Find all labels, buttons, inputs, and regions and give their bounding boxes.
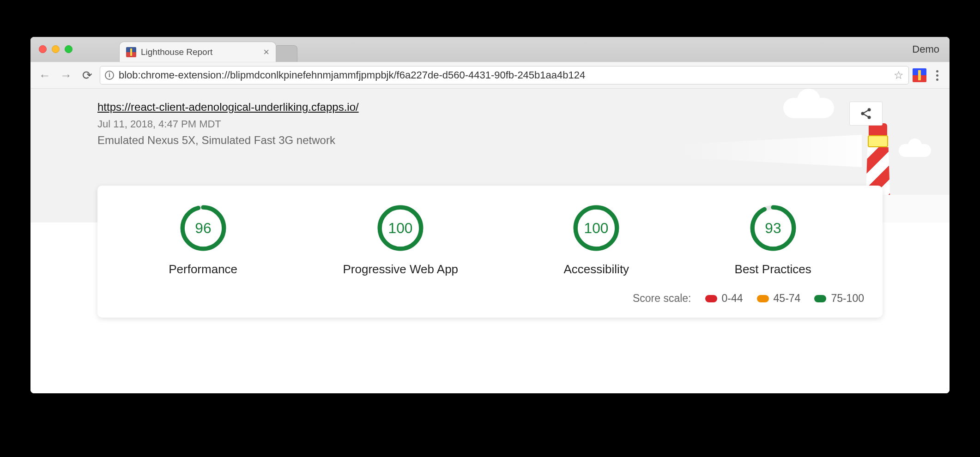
report-environment: Emulated Nexus 5X, Simulated Fast 3G net… [97, 134, 883, 147]
page-content: https://react-client-adenological-underl… [30, 89, 950, 393]
browser-tab-active[interactable]: Lighthouse Report × [119, 42, 276, 62]
url-text: blob:chrome-extension://blipmdconlkpinef… [119, 69, 585, 81]
audited-url-link[interactable]: https://react-client-adenological-underl… [97, 101, 359, 113]
scale-range-text: 75-100 [831, 292, 864, 305]
forward-button[interactable]: → [57, 66, 75, 84]
gauge-value: 93 [765, 220, 781, 236]
gauge-label: Progressive Web App [343, 262, 459, 277]
close-window-button[interactable] [39, 45, 47, 53]
scale-dot-red-icon [705, 295, 717, 302]
share-button[interactable] [849, 102, 883, 126]
gauge-value: 100 [388, 220, 413, 236]
browser-menu-button[interactable] [930, 70, 944, 81]
scale-range-pass: 75-100 [814, 292, 864, 305]
address-bar[interactable]: i blob:chrome-extension://blipmdconlkpin… [100, 66, 909, 84]
score-scale-label: Score scale: [633, 292, 691, 305]
scale-dot-orange-icon [757, 295, 769, 302]
gauge-label: Performance [169, 262, 237, 277]
site-info-icon[interactable]: i [105, 71, 114, 80]
minimize-window-button[interactable] [52, 45, 60, 53]
reload-button[interactable]: ⟳ [79, 66, 96, 84]
score-scale-legend: Score scale: 0-44 45-74 75-100 [116, 292, 864, 305]
tab-title: Lighthouse Report [141, 47, 212, 57]
gauge-label: Accessibility [564, 262, 629, 277]
demo-label: Demo [912, 43, 939, 55]
gauge-value: 96 [195, 220, 211, 236]
svg-line-3 [864, 110, 868, 113]
maximize-window-button[interactable] [65, 45, 73, 53]
score-summary-card: 96 Performance 100 Progressive Web App 1… [97, 186, 883, 318]
score-gauge[interactable]: 96 Performance [169, 202, 237, 277]
gauge-row: 96 Performance 100 Progressive Web App 1… [116, 202, 864, 277]
tab-bar: Lighthouse Report × Demo [30, 37, 950, 62]
lighthouse-favicon-icon [126, 47, 136, 57]
close-tab-button[interactable]: × [263, 46, 269, 58]
browser-toolbar: ← → ⟳ i blob:chrome-extension://blipmdco… [30, 62, 950, 89]
share-icon [859, 107, 872, 120]
gauge-ring-icon: 93 [747, 202, 799, 254]
score-gauge[interactable]: 100 Accessibility [564, 202, 629, 277]
scale-dot-green-icon [814, 295, 826, 302]
scale-range-text: 45-74 [774, 292, 801, 305]
gauge-ring-icon: 100 [375, 202, 426, 254]
score-gauge[interactable]: 100 Progressive Web App [343, 202, 459, 277]
window-controls [39, 45, 73, 53]
new-tab-button[interactable] [274, 45, 297, 62]
scale-range-fail: 0-44 [705, 292, 743, 305]
svg-line-4 [864, 114, 868, 117]
cloud-decoration [899, 144, 931, 157]
gauge-value: 100 [584, 220, 609, 236]
bookmark-star-icon[interactable]: ☆ [894, 69, 904, 82]
gauge-ring-icon: 96 [177, 202, 229, 254]
gauge-label: Best Practices [735, 262, 811, 277]
scale-range-text: 0-44 [722, 292, 743, 305]
gauge-ring-icon: 100 [570, 202, 622, 254]
lighthouse-extension-icon[interactable] [913, 68, 926, 82]
report-timestamp: Jul 11, 2018, 4:47 PM MDT [97, 118, 883, 130]
browser-window: Lighthouse Report × Demo ← → ⟳ i blob:ch… [30, 37, 950, 393]
scale-range-average: 45-74 [757, 292, 801, 305]
back-button[interactable]: ← [36, 66, 54, 84]
score-gauge[interactable]: 93 Best Practices [735, 202, 811, 277]
